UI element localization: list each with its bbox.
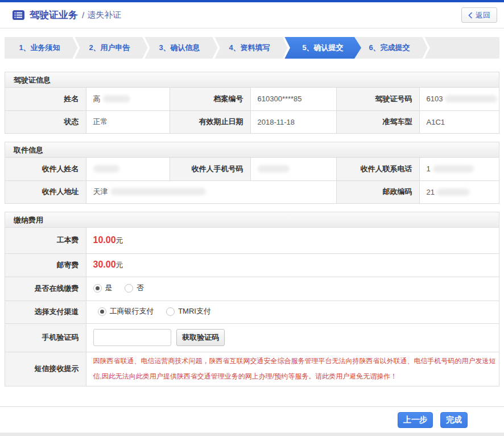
pay-channel-options: 工商银行支付 TMRI支付 bbox=[86, 301, 499, 323]
license-info-table: 姓名 高 档案编号 610300****85 驾驶证号码 6103 状态 正常 … bbox=[5, 88, 499, 133]
online-pay-label: 是否在线缴费 bbox=[5, 277, 86, 301]
channel-icbc-option[interactable]: 工商银行支付 bbox=[98, 306, 154, 316]
license-business-icon bbox=[13, 10, 24, 20]
production-fee-label: 工本费 bbox=[5, 228, 86, 253]
table-row: 选择支付渠道 工商银行支付 TMRI支付 bbox=[5, 301, 499, 323]
online-pay-yes-option[interactable]: 是 bbox=[93, 283, 113, 293]
payment-section-title: 缴纳费用 bbox=[5, 212, 499, 228]
pay-channel-label: 选择支付渠道 bbox=[5, 301, 86, 323]
table-row: 收件人地址 天津 邮政编码 21 bbox=[5, 180, 499, 203]
step-5-confirm-submit[interactable]: 5、确认提交 bbox=[284, 37, 361, 59]
pickup-info-table: 收件人姓名 收件人手机号码 收件人联系电话 1 收件人地址 天津 邮政编码 21 bbox=[5, 158, 499, 203]
redacted-text bbox=[433, 165, 474, 172]
radio-label: 工商银行支付 bbox=[110, 306, 154, 316]
payment-table: 工本费 10.00元 邮寄费 30.00元 是否在线缴费 是 否 选择支付渠道 … bbox=[5, 228, 499, 386]
back-chevron-icon bbox=[468, 12, 473, 19]
redacted-text bbox=[258, 165, 290, 172]
recipient-mobile-value bbox=[250, 158, 336, 180]
expiry-label: 有效期止日期 bbox=[170, 110, 250, 133]
bottom-strip bbox=[0, 433, 504, 436]
recipient-name-label: 收件人姓名 bbox=[5, 158, 86, 180]
page-title: 驾驶证业务 bbox=[30, 9, 78, 22]
finish-button[interactable]: 完成 bbox=[440, 412, 468, 428]
step-label: 1、业务须知 bbox=[19, 43, 60, 53]
table-row: 短信接收提示 因陕西省联通、电信运营商技术问题，陕西省互联网交通安全综合服务管理… bbox=[5, 352, 499, 386]
table-row: 邮寄费 30.00元 bbox=[5, 253, 499, 277]
license-info-section-title: 驾驶证信息 bbox=[5, 72, 499, 88]
radio-unselected-icon[interactable] bbox=[125, 284, 133, 293]
status-value: 正常 bbox=[86, 110, 170, 133]
get-sms-code-button[interactable]: 获取验证码 bbox=[176, 329, 225, 346]
license-no-label: 驾驶证号码 bbox=[336, 88, 419, 110]
sms-code-field: 获取验证码 bbox=[86, 323, 499, 352]
postage-fee-label: 邮寄费 bbox=[5, 253, 86, 277]
table-row: 收件人姓名 收件人手机号码 收件人联系电话 1 bbox=[5, 158, 499, 180]
recipient-address-text: 天津 bbox=[93, 187, 108, 196]
production-fee-amount: 10.00 bbox=[93, 235, 116, 245]
redacted-text bbox=[445, 95, 497, 102]
name-text: 高 bbox=[93, 94, 101, 103]
postal-code-text: 21 bbox=[427, 188, 435, 196]
expiry-value: 2018-11-18 bbox=[250, 110, 336, 133]
step-label: 2、用户申告 bbox=[89, 43, 130, 53]
step-label: 3、确认信息 bbox=[159, 43, 200, 53]
channel-tmri-option[interactable]: TMRI支付 bbox=[166, 306, 211, 316]
sms-notice-text: 因陕西省联通、电信运营商技术问题，陕西省互联网交通安全综合服务管理平台无法向持陕… bbox=[93, 353, 499, 384]
step-6-complete-submit[interactable]: 6、完成提交 bbox=[354, 37, 424, 59]
license-no-value: 6103 bbox=[419, 88, 499, 110]
step-label: 4、资料填写 bbox=[229, 43, 270, 53]
pickup-info-section: 取件信息 收件人姓名 收件人手机号码 收件人联系电话 1 收件人地址 天津 邮政… bbox=[5, 142, 499, 204]
breadcrumb-current: 遗失补证 bbox=[87, 10, 121, 20]
sms-notice-cell: 因陕西省联通、电信运营商技术问题，陕西省互联网交通安全综合服务管理平台无法向持陕… bbox=[86, 352, 499, 386]
recipient-address-label: 收件人地址 bbox=[5, 180, 86, 203]
previous-step-button[interactable]: 上一步 bbox=[398, 412, 433, 428]
postal-code-value: 21 bbox=[419, 180, 499, 203]
radio-selected-icon[interactable] bbox=[93, 284, 102, 293]
vehicle-class-label: 准驾车型 bbox=[336, 110, 419, 133]
step-label: 6、完成提交 bbox=[369, 43, 410, 53]
recipient-address-value: 天津 bbox=[86, 180, 336, 203]
postage-fee-amount: 30.00 bbox=[93, 260, 116, 269]
recipient-name-value bbox=[86, 158, 170, 180]
redacted-text bbox=[103, 95, 130, 102]
postage-fee-value: 30.00元 bbox=[86, 253, 499, 277]
footer-buttons: 上一步 完成 bbox=[0, 407, 504, 428]
radio-selected-icon[interactable] bbox=[98, 307, 106, 316]
back-button-label: 返回 bbox=[476, 10, 490, 20]
step-4-fill-materials[interactable]: 4、资料填写 bbox=[214, 37, 284, 59]
production-fee-value: 10.00元 bbox=[86, 228, 499, 253]
table-row: 状态 正常 有效期止日期 2018-11-18 准驾车型 A1C1 bbox=[5, 110, 499, 133]
step-2-user-declaration[interactable]: 2、用户申告 bbox=[75, 37, 144, 59]
sms-code-label: 手机验证码 bbox=[5, 323, 86, 352]
recipient-phone-value: 1 bbox=[419, 158, 499, 180]
online-pay-options: 是 否 bbox=[86, 277, 499, 301]
radio-label: 是 bbox=[105, 283, 113, 293]
license-info-section: 驾驶证信息 姓名 高 档案编号 610300****85 驾驶证号码 6103 … bbox=[5, 72, 499, 134]
page-header: 驾驶证业务 / 遗失补证 返回 bbox=[0, 2, 504, 28]
redacted-text bbox=[93, 165, 119, 172]
recipient-phone-label: 收件人联系电话 bbox=[336, 158, 419, 180]
pickup-info-section-title: 取件信息 bbox=[5, 142, 499, 158]
fee-unit: 元 bbox=[116, 261, 123, 269]
step-progress-bar: 1、业务须知 2、用户申告 3、确认信息 4、资料填写 5、确认提交 6、完成提… bbox=[5, 37, 499, 59]
sms-notice-label: 短信接收提示 bbox=[5, 352, 86, 386]
sms-code-input[interactable] bbox=[93, 329, 171, 346]
status-label: 状态 bbox=[5, 110, 86, 133]
fee-unit: 元 bbox=[116, 236, 123, 245]
radio-unselected-icon[interactable] bbox=[166, 307, 175, 316]
table-row: 工本费 10.00元 bbox=[5, 228, 499, 253]
payment-section: 缴纳费用 工本费 10.00元 邮寄费 30.00元 是否在线缴费 是 否 选择… bbox=[5, 212, 499, 386]
radio-label: TMRI支付 bbox=[178, 306, 211, 316]
back-button[interactable]: 返回 bbox=[461, 7, 497, 23]
file-no-value: 610300****85 bbox=[250, 88, 336, 110]
file-no-label: 档案编号 bbox=[170, 88, 250, 110]
license-no-text: 6103 bbox=[427, 94, 443, 103]
step-1-business-notice[interactable]: 1、业务须知 bbox=[5, 37, 75, 59]
breadcrumb-separator: / bbox=[82, 10, 84, 20]
step-label: 5、确认提交 bbox=[302, 43, 343, 53]
redacted-text bbox=[110, 188, 206, 195]
online-pay-no-option[interactable]: 否 bbox=[125, 283, 144, 293]
step-3-confirm-info[interactable]: 3、确认信息 bbox=[144, 37, 214, 59]
recipient-mobile-label: 收件人手机号码 bbox=[170, 158, 250, 180]
vehicle-class-value: A1C1 bbox=[419, 110, 499, 133]
